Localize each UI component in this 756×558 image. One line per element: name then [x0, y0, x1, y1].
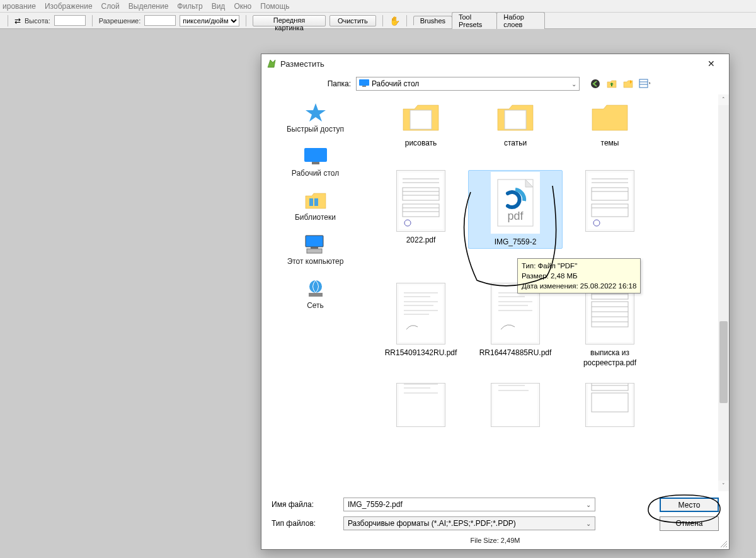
- dialog-body: Быстрый доступ Рабочий стол Библиотеки Э…: [261, 94, 729, 491]
- file-label: RR154091342RU.pdf: [377, 348, 465, 358]
- tooltip-date-label: Дата изменения:: [522, 282, 578, 290]
- pdf-thumbnail: [585, 170, 634, 232]
- filename-value: IMG_7559-2.pdf: [348, 500, 403, 509]
- up-icon[interactable]: [606, 78, 617, 89]
- chevron-down-icon: ⌄: [586, 501, 591, 508]
- sidebar-item-label: Быстрый доступ: [261, 125, 369, 134]
- svg-rect-0: [359, 79, 369, 86]
- file-item[interactable]: выписка из росреестра.pdf: [563, 283, 657, 368]
- filetype-select[interactable]: Разборчивые форматы (*.AI;*.EPS;*.PDF;*.…: [343, 516, 595, 530]
- file-item[interactable]: [563, 383, 657, 431]
- chevron-down-icon: ⌄: [586, 520, 591, 527]
- folder-combo[interactable]: Рабочий стол ⌄: [356, 77, 580, 91]
- close-button[interactable]: ✕: [699, 55, 724, 72]
- filetype-label: Тип файлов:: [272, 519, 337, 528]
- svg-rect-62: [493, 383, 537, 427]
- libraries-icon: [303, 190, 328, 210]
- sidebar-item-label: Рабочий стол: [261, 169, 369, 178]
- svg-rect-6: [304, 148, 327, 162]
- sidebar-item-label: Сеть: [261, 301, 369, 310]
- cancel-button[interactable]: Отмена: [660, 516, 719, 531]
- menu-item[interactable]: Изображение: [45, 2, 93, 11]
- svg-point-2: [591, 79, 600, 88]
- divider: [246, 15, 246, 26]
- new-folder-icon[interactable]: [622, 78, 634, 89]
- menu-item[interactable]: Помощь: [260, 2, 289, 11]
- resize-grip-icon[interactable]: [719, 539, 728, 548]
- sidebar-item-this-pc[interactable]: Этот компьютер: [261, 231, 369, 275]
- svg-rect-44: [493, 285, 537, 342]
- height-input[interactable]: [54, 15, 86, 26]
- menu-item[interactable]: Вид: [212, 2, 226, 11]
- place-button[interactable]: Место: [660, 498, 719, 512]
- back-icon[interactable]: [590, 78, 601, 89]
- tooltip-date-value: 25.08.2022 16:18: [580, 282, 637, 290]
- sidebar-item-libraries[interactable]: Библиотеки: [261, 186, 369, 231]
- desktop-icon: [359, 79, 369, 89]
- file-item-selected[interactable]: pdf IMG_7559-2: [468, 170, 563, 249]
- options-toolbar: ⇄ Высота: Разрешение: пиксели/дюйм Перед…: [0, 13, 756, 29]
- file-item[interactable]: [374, 383, 468, 431]
- folder-item[interactable]: статьи: [468, 98, 563, 149]
- divider: [382, 15, 383, 26]
- folder-item[interactable]: рисовать: [374, 98, 468, 149]
- folder-icon: [396, 98, 445, 135]
- divider: [8, 15, 8, 26]
- svg-rect-16: [505, 110, 526, 129]
- network-icon: [303, 278, 328, 299]
- menu-item[interactable]: Слой: [101, 2, 120, 11]
- menu-item[interactable]: Окно: [234, 2, 251, 11]
- filetype-value: Разборчивые форматы (*.AI;*.EPS;*.PDF;*.…: [348, 519, 516, 528]
- scroll-down-icon[interactable]: ˅: [718, 481, 729, 491]
- dialog-bottom: Имя файла: IMG_7559-2.pdf ⌄ Место Тип фа…: [261, 491, 729, 549]
- pc-icon: [303, 234, 328, 254]
- menu-item[interactable]: ирование: [3, 2, 36, 11]
- filename-input[interactable]: IMG_7559-2.pdf ⌄: [343, 498, 595, 511]
- resolution-label: Разрешение:: [99, 17, 141, 25]
- star-icon: [303, 102, 328, 122]
- folder-toolbar: [590, 78, 650, 89]
- tab-tool-presets[interactable]: Tool Presets: [452, 12, 497, 29]
- file-item[interactable]: [563, 170, 657, 249]
- tooltip-size-value: 2,48 МБ: [551, 272, 578, 280]
- tab-brushes[interactable]: Brushes: [413, 16, 452, 25]
- folder-label: Папка:: [269, 79, 351, 88]
- pdf-thumbnail: [585, 383, 634, 427]
- pdf-thumbnail: [396, 170, 445, 232]
- file-label: темы: [566, 139, 654, 149]
- file-area: рисовать статьи темы 2022.pdf: [370, 94, 729, 491]
- scroll-up-icon[interactable]: ˄: [718, 94, 729, 105]
- scroll-thumb[interactable]: [719, 321, 728, 403]
- file-label: выписка из росреестра.pdf: [566, 348, 654, 368]
- file-item[interactable]: RR164474885RU.pdf: [468, 283, 563, 368]
- sidebar-item-label: Этот компьютер: [261, 257, 369, 266]
- file-label: статьи: [471, 139, 559, 149]
- swap-icon[interactable]: ⇄: [14, 16, 21, 25]
- clear-button[interactable]: Очистить: [329, 15, 376, 26]
- scrollbar[interactable]: ˄ ˅: [718, 94, 729, 491]
- filesize-status: File Size: 2,49M: [272, 537, 719, 544]
- menu-item[interactable]: Фильтр: [177, 2, 202, 11]
- view-menu-icon[interactable]: [639, 78, 650, 89]
- filename-label: Имя файла:: [272, 500, 337, 509]
- svg-rect-14: [309, 293, 323, 297]
- tab-layer-set[interactable]: Набор слоев: [496, 12, 545, 29]
- sidebar-item-network[interactable]: Сеть: [261, 275, 369, 319]
- divider: [406, 15, 407, 26]
- front-image-button[interactable]: Передняя картинка: [253, 15, 326, 26]
- svg-rect-12: [307, 249, 322, 253]
- folder-item[interactable]: темы: [563, 98, 657, 149]
- titlebar: Разместить ✕: [261, 54, 729, 73]
- menu-item[interactable]: Выделение: [129, 2, 169, 11]
- file-label: [566, 236, 654, 246]
- resolution-input[interactable]: [144, 15, 176, 26]
- sidebar-item-desktop[interactable]: Рабочий стол: [261, 142, 369, 186]
- app-icon: [266, 59, 277, 69]
- pdf-thumbnail: [396, 283, 445, 344]
- file-item[interactable]: RR154091342RU.pdf: [374, 283, 468, 368]
- hand-icon[interactable]: ✋: [389, 16, 400, 26]
- file-item[interactable]: [468, 383, 563, 431]
- sidebar-item-quick-access[interactable]: Быстрый доступ: [261, 98, 369, 142]
- file-item[interactable]: 2022.pdf: [374, 170, 468, 249]
- units-select[interactable]: пиксели/дюйм: [180, 15, 239, 26]
